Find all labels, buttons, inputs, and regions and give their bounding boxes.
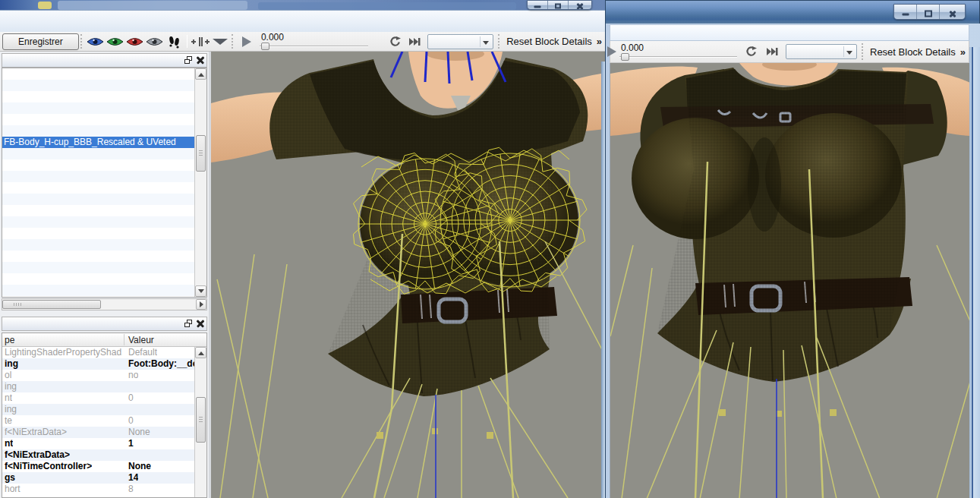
table-row[interactable]: f<NiExtraData>None xyxy=(2,427,206,438)
list-item[interactable] xyxy=(2,159,206,171)
scrollbar-thumb[interactable] xyxy=(196,135,206,172)
view-menu-button[interactable] xyxy=(210,33,230,50)
maximize-button[interactable] xyxy=(917,5,940,20)
list-item[interactable] xyxy=(2,182,206,194)
block-list-panel-header[interactable] xyxy=(2,53,207,68)
minimize-button[interactable] xyxy=(894,5,917,20)
toolbar-overflow-button[interactable]: » xyxy=(595,36,605,47)
list-item[interactable] xyxy=(2,148,206,159)
axis-widget-button[interactable] xyxy=(191,33,210,50)
toolbar-handle[interactable] xyxy=(862,43,865,60)
list-item[interactable] xyxy=(2,262,206,273)
time-slider[interactable] xyxy=(260,43,368,50)
loop-button[interactable] xyxy=(385,33,405,50)
left-window-title-frame[interactable] xyxy=(0,10,605,32)
list-item[interactable] xyxy=(2,194,206,205)
table-row[interactable]: f<NiTimeController>None xyxy=(2,461,206,472)
scrollbar-thumb[interactable] xyxy=(196,397,206,443)
table-row[interactable]: te0 xyxy=(2,415,206,427)
table-row[interactable]: nt0 xyxy=(2,392,206,404)
scroll-right-button[interactable] xyxy=(196,299,206,310)
column-header-type[interactable]: pe xyxy=(5,335,14,345)
right-3d-viewport[interactable] xyxy=(610,63,969,498)
view-toggle-gray-button[interactable] xyxy=(144,33,164,50)
close-panel-icon[interactable] xyxy=(197,320,204,327)
list-item[interactable] xyxy=(2,171,206,182)
maximize-button[interactable] xyxy=(548,1,569,10)
list-item[interactable]: FB-Body_H-cup_BBB_Rescaled & UVeted xyxy=(2,137,206,148)
toolbar-handle[interactable] xyxy=(232,34,235,49)
reset-block-details-button[interactable]: Reset Block Details xyxy=(867,46,959,58)
maximize-icon xyxy=(555,4,561,9)
play-to-end-button[interactable] xyxy=(761,43,783,60)
table-row[interactable]: f<NiExtraData> xyxy=(2,449,206,461)
view-toggle-blue-button[interactable] xyxy=(86,33,106,50)
table-row[interactable]: ing xyxy=(2,404,206,415)
play-button[interactable] xyxy=(607,46,616,57)
table-row[interactable]: gs14 xyxy=(2,472,206,484)
arrow-up-icon xyxy=(198,73,204,77)
toolbar-overflow-button[interactable]: » xyxy=(959,46,969,58)
view-toggle-red-button[interactable] xyxy=(125,33,145,50)
time-slider-handle[interactable] xyxy=(261,43,269,50)
column-header-value[interactable]: Valeur xyxy=(128,335,154,345)
scroll-down-button[interactable] xyxy=(195,285,206,297)
list-item[interactable] xyxy=(2,239,206,251)
list-item[interactable] xyxy=(2,216,206,228)
eye-blue-icon xyxy=(87,36,104,47)
cell-type: ing xyxy=(5,381,17,392)
list-item[interactable] xyxy=(2,91,206,102)
scroll-up-button[interactable] xyxy=(195,347,206,358)
list-item[interactable] xyxy=(2,228,206,239)
close-panel-icon[interactable] xyxy=(197,56,204,64)
toolbar-handle[interactable] xyxy=(80,34,84,49)
cell-value: 0 xyxy=(128,392,134,404)
animation-combobox[interactable] xyxy=(786,44,857,59)
block-details-vscrollbar[interactable] xyxy=(194,347,206,497)
float-panel-icon[interactable] xyxy=(184,320,192,327)
table-row[interactable]: ing xyxy=(2,381,206,392)
view-toggle-green-button[interactable] xyxy=(106,33,125,50)
time-value: 0.000 xyxy=(621,43,737,53)
toolbar-handle[interactable] xyxy=(498,34,502,49)
float-panel-icon[interactable] xyxy=(184,56,192,64)
close-button[interactable] xyxy=(569,1,591,10)
close-button[interactable] xyxy=(940,5,965,20)
table-row[interactable]: LightingShaderPropertyShad...Default xyxy=(2,347,206,358)
cell-value: Default xyxy=(128,347,157,358)
cell-type: nt xyxy=(5,438,13,449)
list-item[interactable] xyxy=(2,102,206,114)
block-list-vscrollbar[interactable] xyxy=(194,68,206,297)
table-row[interactable]: olno xyxy=(2,370,206,381)
loop-button[interactable] xyxy=(740,43,761,60)
footsteps-button[interactable] xyxy=(164,33,184,50)
list-item[interactable] xyxy=(2,273,206,285)
cell-type: f<NiTimeController> xyxy=(5,461,92,472)
scroll-up-button[interactable] xyxy=(195,68,206,80)
animation-combobox[interactable] xyxy=(427,34,493,49)
list-item[interactable] xyxy=(2,285,206,296)
list-item[interactable] xyxy=(2,114,206,125)
block-details-header[interactable]: pe Valeur xyxy=(2,333,206,347)
list-item[interactable] xyxy=(2,251,206,262)
right-window-frame: 0.000 Reset Block Details » xyxy=(605,24,980,498)
time-slider[interactable] xyxy=(619,53,737,61)
time-slider-handle[interactable] xyxy=(621,53,629,61)
block-list-hscrollbar[interactable] xyxy=(2,298,207,310)
table-row[interactable]: hort8 xyxy=(2,484,206,495)
left-3d-viewport[interactable] xyxy=(211,52,601,498)
minimize-button[interactable] xyxy=(528,1,548,10)
list-item[interactable] xyxy=(2,80,206,91)
block-details-panel-header[interactable] xyxy=(2,317,207,331)
table-row[interactable]: ingFoot:Body:__de_E xyxy=(2,358,206,370)
table-row[interactable]: nt1 xyxy=(2,438,206,449)
list-item[interactable] xyxy=(2,68,206,80)
left-window-main: FB-Body_H-cup_BBB_Rescaled & UVeted xyxy=(0,52,605,498)
scrollbar-thumb[interactable] xyxy=(2,300,101,309)
reset-block-details-button[interactable]: Reset Block Details xyxy=(503,36,595,47)
save-as-button[interactable]: Enregistrer sous xyxy=(2,33,79,50)
play-button[interactable] xyxy=(237,33,257,50)
list-item[interactable] xyxy=(2,205,206,216)
play-to-end-button[interactable] xyxy=(405,33,424,50)
list-item[interactable] xyxy=(2,125,206,137)
